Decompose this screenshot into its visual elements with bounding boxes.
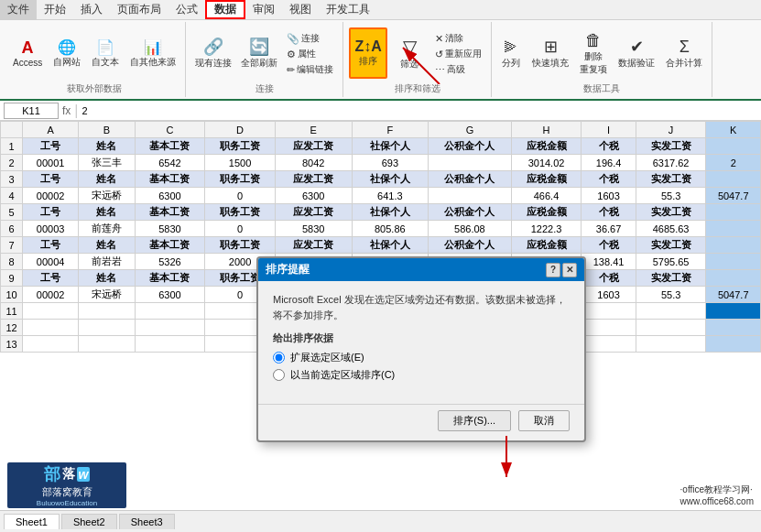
cell-r7-c8[interactable]: 个税 <box>582 237 636 254</box>
cell-r6-c1[interactable]: 前莲舟 <box>79 221 135 237</box>
cell-r7-c3[interactable]: 职务工资 <box>205 237 276 254</box>
cell-r4-c9[interactable]: 55.3 <box>636 188 706 204</box>
cell-r10-c0[interactable]: 00002 <box>23 287 79 303</box>
ribbon-btn-conn[interactable]: 📎 连接 <box>283 31 337 46</box>
cell-r5-c9[interactable]: 实发工资 <box>636 204 706 221</box>
ribbon-btn-existing[interactable]: 🔗 现有连接 <box>191 27 235 79</box>
cell-r4-c4[interactable]: 6300 <box>275 188 352 204</box>
cell-r13-c8[interactable] <box>582 336 636 353</box>
cell-r4-c0[interactable]: 00002 <box>23 188 79 204</box>
col-header-g[interactable]: G <box>429 122 512 138</box>
cell-r13-c10[interactable] <box>706 336 761 353</box>
col-header-h[interactable]: H <box>511 122 582 138</box>
ribbon-btn-merge[interactable]: Σ 合并计算 <box>662 27 706 79</box>
cell-r5-c2[interactable]: 基本工资 <box>135 204 205 221</box>
col-header-f[interactable]: F <box>352 122 429 138</box>
cell-r10-c2[interactable]: 6300 <box>135 287 205 303</box>
cell-r12-c0[interactable] <box>23 320 79 336</box>
cell-r5-c5[interactable]: 社保个人 <box>352 204 429 221</box>
cell-r3-c8[interactable]: 个税 <box>582 171 636 188</box>
sheet-tab-1[interactable]: Sheet1 <box>4 514 60 529</box>
cell-r5-c7[interactable]: 应税金额 <box>511 204 582 221</box>
cell-r4-c8[interactable]: 1603 <box>582 188 636 204</box>
cell-r2-c5[interactable]: 693 <box>352 155 429 171</box>
cell-r4-c3[interactable]: 0 <box>205 188 276 204</box>
cell-r5-c0[interactable]: 工号 <box>23 204 79 221</box>
dialog-radio-current[interactable]: 以当前选定区域排序(C) <box>273 368 570 382</box>
cell-r1-c5[interactable]: 社保个人 <box>352 138 429 155</box>
sheet-tab-2[interactable]: Sheet2 <box>61 514 117 529</box>
col-header-e[interactable]: E <box>275 122 352 138</box>
cell-r7-c10[interactable] <box>706 237 761 254</box>
ribbon-btn-sort[interactable]: Z↕A 排序 <box>349 27 387 79</box>
col-header-b[interactable]: B <box>79 122 135 138</box>
cell-r3-c3[interactable]: 职务工资 <box>205 171 276 188</box>
cell-r7-c5[interactable]: 社保个人 <box>352 237 429 254</box>
cell-r3-c5[interactable]: 社保个人 <box>352 171 429 188</box>
menu-review[interactable]: 审阅 <box>245 0 282 19</box>
cell-r4-c1[interactable]: 宋远桥 <box>79 188 135 204</box>
cell-r7-c1[interactable]: 姓名 <box>79 237 135 254</box>
cell-r2-c7[interactable]: 3014.02 <box>511 155 582 171</box>
menu-home[interactable]: 开始 <box>37 0 73 19</box>
cell-r7-c9[interactable]: 实发工资 <box>636 237 706 254</box>
col-header-c[interactable]: C <box>135 122 205 138</box>
cell-r5-c10[interactable] <box>706 204 761 221</box>
cell-r1-c0[interactable]: 工号 <box>23 138 79 155</box>
cell-r9-c0[interactable]: 工号 <box>23 270 79 287</box>
cell-r8-c0[interactable]: 00004 <box>23 254 79 270</box>
cell-r4-c2[interactable]: 6300 <box>135 188 205 204</box>
ribbon-btn-filter[interactable]: ▽ 筛选 <box>391 27 428 79</box>
cell-r3-c6[interactable]: 公积金个人 <box>429 171 512 188</box>
cell-r1-c6[interactable]: 公积金个人 <box>429 138 512 155</box>
cell-r8-c8[interactable]: 138.41 <box>582 254 636 270</box>
cell-r1-c8[interactable]: 个税 <box>582 138 636 155</box>
cell-r6-c9[interactable]: 4685.63 <box>636 221 706 237</box>
cell-r4-c7[interactable]: 466.4 <box>511 188 582 204</box>
cell-r11-c9[interactable] <box>636 303 706 320</box>
sheet-tab-3[interactable]: Sheet3 <box>119 514 175 529</box>
cell-r2-c9[interactable]: 6317.62 <box>636 155 706 171</box>
cell-r3-c7[interactable]: 应税金额 <box>511 171 582 188</box>
ribbon-btn-flash[interactable]: ⊞ 快速填充 <box>528 27 572 79</box>
cell-r6-c7[interactable]: 1222.3 <box>511 221 582 237</box>
cell-r8-c10[interactable] <box>706 254 761 270</box>
cell-r5-c8[interactable]: 个税 <box>582 204 636 221</box>
ribbon-btn-access[interactable]: A Access <box>9 27 46 79</box>
cell-r3-c1[interactable]: 姓名 <box>79 171 135 188</box>
cell-r1-c10[interactable] <box>706 138 761 155</box>
cell-r6-c4[interactable]: 5830 <box>275 221 352 237</box>
cell-r7-c7[interactable]: 应税金额 <box>511 237 582 254</box>
cell-r1-c1[interactable]: 姓名 <box>79 138 135 155</box>
cell-r8-c9[interactable]: 5795.65 <box>636 254 706 270</box>
menu-data[interactable]: 数据 <box>205 0 245 19</box>
cell-r10-c8[interactable]: 1603 <box>582 287 636 303</box>
cell-r7-c6[interactable]: 公积金个人 <box>429 237 512 254</box>
cell-r11-c0[interactable] <box>23 303 79 320</box>
cell-r4-c10[interactable]: 5047.7 <box>706 188 761 204</box>
cell-r3-c2[interactable]: 基本工资 <box>135 171 205 188</box>
cell-r11-c8[interactable] <box>582 303 636 320</box>
col-header-d[interactable]: D <box>205 122 276 138</box>
dialog-sort-btn[interactable]: 排序(S)... <box>438 410 511 431</box>
ribbon-btn-dedup[interactable]: 🗑 删除 重复项 <box>576 27 611 79</box>
menu-developer[interactable]: 开发工具 <box>319 0 377 19</box>
cell-r12-c8[interactable] <box>582 320 636 336</box>
cell-r3-c0[interactable]: 工号 <box>23 171 79 188</box>
cell-r2-c3[interactable]: 1500 <box>205 155 276 171</box>
col-header-a[interactable]: A <box>23 122 79 138</box>
cell-r12-c1[interactable] <box>79 320 135 336</box>
cell-r3-c10[interactable] <box>706 171 761 188</box>
ribbon-btn-other[interactable]: 📊 自其他来源 <box>126 27 179 79</box>
cell-r6-c3[interactable]: 0 <box>205 221 276 237</box>
cell-r2-c8[interactable]: 196.4 <box>582 155 636 171</box>
cell-r13-c2[interactable] <box>135 336 205 353</box>
menu-pagelayout[interactable]: 页面布局 <box>110 0 169 19</box>
ribbon-btn-refresh[interactable]: 🔄 全部刷新 <box>237 27 281 79</box>
menu-formula[interactable]: 公式 <box>169 0 205 19</box>
formula-input[interactable] <box>82 105 758 116</box>
col-header-j[interactable]: J <box>636 122 706 138</box>
ribbon-btn-reapply[interactable]: ↺ 重新应用 <box>431 47 485 61</box>
cell-r1-c2[interactable]: 基本工资 <box>135 138 205 155</box>
cell-r8-c2[interactable]: 5326 <box>135 254 205 270</box>
